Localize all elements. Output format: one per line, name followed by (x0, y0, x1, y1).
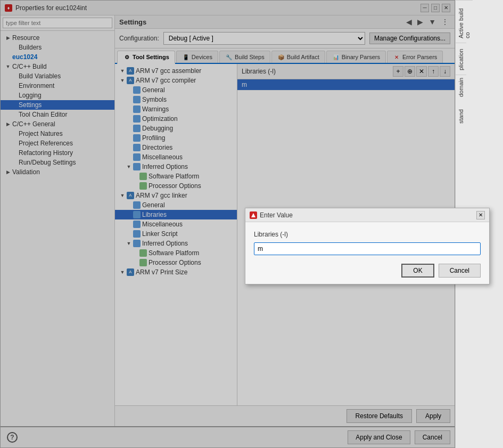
dialog-value-input[interactable] (254, 242, 481, 255)
dialog-footer: OK Cancel (245, 264, 489, 284)
dialog-app-icon (250, 211, 257, 219)
dialog-cancel-button[interactable]: Cancel (439, 264, 481, 278)
dialog-close-button[interactable]: ✕ (476, 211, 485, 219)
dialog-field-label: Libraries (-l) (254, 231, 481, 238)
right-side-label-4: stand (456, 101, 466, 128)
enter-value-dialog: Enter Value ✕ Libraries (-l) OK Cancel (245, 208, 490, 284)
svg-marker-0 (251, 213, 255, 217)
right-side-label-3: domain (456, 75, 466, 101)
right-side-label-1: Active build co (456, 0, 473, 43)
dialog-title-left: Enter Value (250, 211, 293, 219)
right-side-label-2: plication (456, 43, 466, 75)
dialog-title-text: Enter Value (260, 211, 293, 219)
dialog-ok-button[interactable]: OK (401, 264, 434, 278)
dialog-body: Libraries (-l) (245, 222, 489, 264)
dialog-title-bar: Enter Value ✕ (245, 208, 489, 222)
